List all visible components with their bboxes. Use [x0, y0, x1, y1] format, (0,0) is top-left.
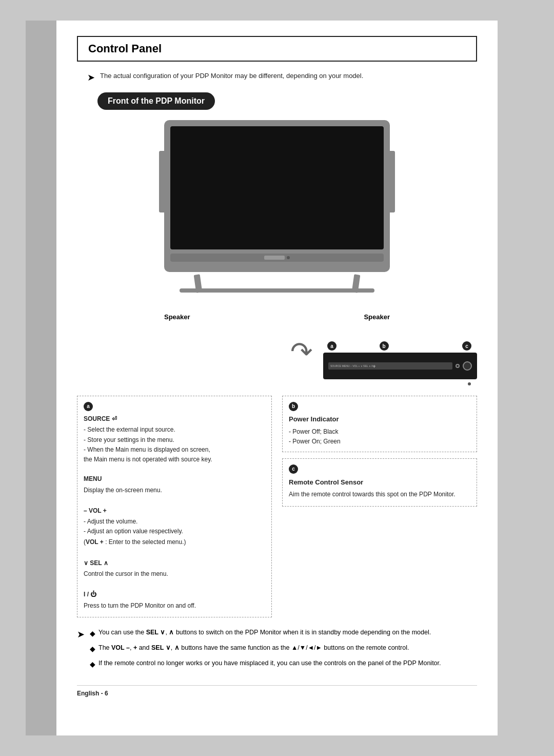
- cp-label-c: c: [462, 341, 473, 351]
- vol-label: – VOL +: [84, 506, 265, 516]
- remote-sensor-desc: Aim the remote control towards this spot…: [289, 490, 470, 499]
- info-box-c: c Remote Control Sensor Aim the remote c…: [282, 458, 477, 506]
- cp-indicator-dot: [456, 364, 460, 368]
- vol-note: (VOL + : Enter to the selected menu.): [84, 537, 265, 547]
- footer-lang: English - 6: [77, 690, 108, 697]
- page-container: Control Panel ➤ The actual configuration…: [56, 21, 498, 735]
- sel-desc: Control the cursor in the menu.: [84, 569, 265, 579]
- source-item-1: Select the external input source.: [84, 425, 265, 435]
- menu-label: MENU: [84, 474, 265, 484]
- tv-power-dot: [287, 256, 290, 259]
- badge-b: b: [289, 402, 298, 411]
- source-label: SOURCE ⏎: [84, 414, 265, 424]
- zoom-arrow-container: ↷: [77, 326, 313, 367]
- sel-label: ∨ SEL ∧: [84, 558, 265, 568]
- pdp-section-title: Front of the PDP Monitor: [97, 92, 215, 110]
- power-indicator-title: Power Indicator: [289, 414, 470, 425]
- note-text: The actual configuration of your PDP Mon…: [100, 71, 363, 81]
- bullets-list: ◆ You can use the SEL ∨, ∧ buttons to sw…: [90, 628, 441, 670]
- badge-c-row: c: [289, 464, 470, 474]
- tv-bottom-bar: [170, 254, 384, 262]
- menu-desc: Display the on-screen menu.: [84, 486, 265, 495]
- bullet-text-3: If the remote control no longer works or…: [98, 658, 441, 670]
- badge-b-row: b: [289, 401, 470, 411]
- power-on-item: Power On; Green: [289, 437, 470, 447]
- bottom-arrow-icon: ➤: [77, 629, 85, 640]
- bottom-notes: ➤ ◆ You can use the SEL ∨, ∧ buttons to …: [77, 628, 477, 670]
- cp-small-dot: [468, 382, 471, 385]
- cp-dot-row: [323, 382, 477, 385]
- cp-power-button: [463, 361, 472, 371]
- diamond-3: ◆: [90, 659, 95, 670]
- info-box-b: b Power Indicator Power Off; Black Power…: [282, 396, 477, 452]
- cp-label-b: b: [380, 341, 390, 351]
- badge-a: a: [84, 402, 93, 411]
- source-list: Select the external input source. Store …: [84, 425, 265, 464]
- title-bar: Control Panel: [77, 36, 477, 62]
- diamond-2: ◆: [90, 644, 95, 654]
- tv-outer: [164, 120, 390, 272]
- tv-speaker-left: [159, 151, 164, 212]
- source-item-2: Store your settings in the menu.: [84, 435, 265, 445]
- speaker-labels-row: Speaker Speaker: [164, 313, 390, 321]
- bullet-2: ◆ The VOL –, + and SEL ∨, ∧ buttons have…: [90, 643, 441, 654]
- speaker-label-left: Speaker: [164, 313, 190, 321]
- diamond-1: ◆: [90, 628, 95, 639]
- remote-sensor-title: Remote Control Sensor: [289, 477, 470, 488]
- info-box-a: a SOURCE ⏎ Select the external input sou…: [77, 396, 272, 617]
- power-indicator-list: Power Off; Black Power On; Green: [289, 427, 470, 447]
- source-item-3: When the Main menu is displayed on scree…: [84, 445, 265, 464]
- tv-screen: [170, 126, 384, 249]
- tv-control-strip: [264, 256, 285, 260]
- note-row: ➤ The actual configuration of your PDP M…: [87, 71, 477, 83]
- badge-a-row: a: [84, 401, 265, 411]
- tv-speaker-right: [390, 151, 395, 212]
- cp-buttons-strip: SOURCE MENU − VOL + ∨ SEL ∧ I/⏻: [328, 362, 452, 370]
- arrow-icon: ➤: [87, 72, 95, 83]
- vol-list: Adjust the volume. Adjust an option valu…: [84, 517, 265, 536]
- bullet-3: ◆ If the remote control no longer works …: [90, 658, 441, 670]
- cp-strip-text: SOURCE MENU − VOL + ∨ SEL ∧ I/⏻: [330, 364, 375, 367]
- cp-label-a: a: [327, 341, 338, 351]
- monitor-area: Speaker Speaker: [77, 120, 477, 321]
- speaker-label-right: Speaker: [364, 313, 390, 321]
- control-panel-img: SOURCE MENU − VOL + ∨ SEL ∧ I/⏻: [323, 353, 477, 379]
- box-b-c: b Power Indicator Power Off; Black Power…: [282, 396, 477, 617]
- cp-labels-row: a b c: [323, 341, 477, 351]
- page-footer: English - 6: [77, 685, 477, 701]
- bullet-1: ◆ You can use the SEL ∨, ∧ buttons to sw…: [90, 628, 441, 639]
- tv-base: [180, 288, 374, 293]
- page-title: Control Panel: [88, 42, 466, 55]
- bullet-text-1: You can use the SEL ∨, ∧ buttons to swit…: [98, 628, 431, 639]
- tv-illustration: [164, 120, 390, 293]
- badge-c: c: [289, 464, 298, 474]
- control-panel-strip-container: a b c SOURCE MENU − VOL + ∨ SEL ∧ I/⏻: [323, 341, 477, 385]
- box-a: a SOURCE ⏎ Select the external input sou…: [77, 396, 272, 617]
- power-label: I / ⏻: [84, 590, 265, 599]
- vol-item-1: Adjust the volume.: [84, 517, 265, 527]
- vol-item-2: Adjust an option value respectively.: [84, 527, 265, 536]
- curved-arrow-icon: ↷: [290, 336, 313, 367]
- power-desc: Press to turn the PDP Monitor on and off…: [84, 601, 265, 611]
- power-off-item: Power Off; Black: [289, 427, 470, 437]
- bullet-text-2: The VOL –, + and SEL ∨, ∧ buttons have t…: [98, 643, 409, 654]
- content-area: a SOURCE ⏎ Select the external input sou…: [77, 396, 477, 617]
